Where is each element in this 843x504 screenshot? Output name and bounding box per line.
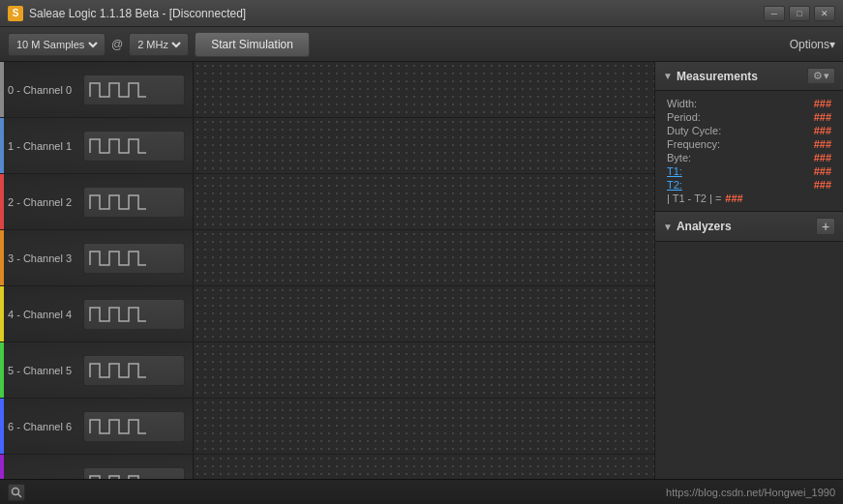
measurements-section: ▼ Measurements ⚙ ▾ Width: ### Period: ##… <box>655 62 843 212</box>
waveform-svg-1 <box>88 133 146 159</box>
app-icon: S <box>8 6 23 21</box>
window-controls: ─ □ ✕ <box>764 6 835 21</box>
t1-label[interactable]: T1: <box>667 165 682 177</box>
period-value: ### <box>814 111 831 123</box>
samples-dropdown[interactable]: 10 M Samples <box>13 38 101 51</box>
frequency-value: ### <box>814 138 831 150</box>
channel-name-4: 4 - Channel 4 <box>8 309 75 320</box>
freq-select[interactable]: 2 MHz <box>129 33 189 56</box>
measurements-title: ▼ Measurements <box>663 70 758 83</box>
signal-preview-4[interactable] <box>83 299 185 330</box>
measurements-gear-button[interactable]: ⚙ ▾ <box>807 68 835 84</box>
measurements-header: ▼ Measurements ⚙ ▾ <box>655 62 843 91</box>
measurement-period: Period: ### <box>667 110 831 124</box>
channel-waveform-6[interactable] <box>194 399 654 454</box>
channel-label-section-1[interactable]: 1 - Channel 1 <box>0 118 194 173</box>
waveform-svg-5 <box>88 358 146 383</box>
measurement-t1: T1: ### <box>667 164 831 178</box>
analyzers-section: ▼ Analyzers + <box>655 212 843 242</box>
channel-row-4: 4 - Channel 4 <box>0 286 654 342</box>
analyzers-title: ▼ Analyzers <box>663 220 732 233</box>
measurement-t2: T2: ### <box>667 178 831 192</box>
channel-row-2: 2 - Channel 2 <box>0 174 654 230</box>
t2-value: ### <box>814 179 831 191</box>
byte-label: Byte: <box>667 152 691 163</box>
channel-name-0: 0 - Channel 0 <box>8 84 75 96</box>
channel-name-5: 5 - Channel 5 <box>8 365 75 376</box>
channels-area: 0 - Channel 01 - Channel 12 - Channel 23… <box>0 62 654 479</box>
maximize-button[interactable]: □ <box>789 6 810 21</box>
channel-waveform-1[interactable] <box>194 118 654 173</box>
statusbar-left <box>8 484 25 501</box>
add-analyzer-button[interactable]: + <box>816 218 835 235</box>
title-bar: S Saleae Logic 1.1.18 Beta - [Disconnect… <box>0 0 843 27</box>
t1-value: ### <box>814 165 831 177</box>
measurement-width: Width: ### <box>667 97 831 110</box>
title-bar-left: S Saleae Logic 1.1.18 Beta - [Disconnect… <box>8 6 246 21</box>
signal-preview-6[interactable] <box>83 411 185 442</box>
duty-cycle-label: Duty Cycle: <box>667 125 721 136</box>
search-button[interactable] <box>8 484 25 501</box>
channel-label-section-6[interactable]: 6 - Channel 6 <box>0 399 194 454</box>
channel-label-section-3[interactable]: 3 - Channel 3 <box>0 230 194 285</box>
channel-row-5: 5 - Channel 5 <box>0 342 654 399</box>
measurement-frequency: Frequency: ### <box>667 137 831 151</box>
toolbar: 10 M Samples @ 2 MHz Start Simulation Op… <box>0 27 843 62</box>
minimize-button[interactable]: ─ <box>764 6 785 21</box>
channel-label-section-2[interactable]: 2 - Channel 2 <box>0 174 194 229</box>
channel-name-2: 2 - Channel 2 <box>8 196 75 208</box>
channel-waveform-2[interactable] <box>194 174 654 229</box>
signal-preview-3[interactable] <box>83 243 185 274</box>
t2-label[interactable]: T2: <box>667 179 682 191</box>
channel-waveform-7[interactable] <box>194 455 654 479</box>
channel-waveform-5[interactable] <box>194 342 654 398</box>
channel-row-0: 0 - Channel 0 <box>0 62 654 118</box>
channel-row-7: 7 - Channel 7 <box>0 455 654 479</box>
status-bar: https://blog.csdn.net/Hongwei_1990 <box>0 479 843 504</box>
channel-waveform-4[interactable] <box>194 286 654 341</box>
channel-label-section-7[interactable]: 7 - Channel 7 <box>0 455 194 479</box>
search-icon <box>11 487 22 498</box>
signal-preview-5[interactable] <box>83 355 185 386</box>
channels-scroll[interactable]: 0 - Channel 01 - Channel 12 - Channel 23… <box>0 62 654 479</box>
svg-line-1 <box>18 493 22 497</box>
at-label: @ <box>111 38 123 51</box>
signal-preview-0[interactable] <box>83 74 185 105</box>
main-area: 0 - Channel 01 - Channel 12 - Channel 23… <box>0 62 843 479</box>
channel-label-section-4[interactable]: 4 - Channel 4 <box>0 286 194 341</box>
width-value: ### <box>814 98 831 109</box>
analyzers-triangle-icon: ▼ <box>663 222 673 232</box>
gear-icon: ⚙ <box>813 70 823 82</box>
waveform-svg-4 <box>88 302 146 327</box>
close-button[interactable]: ✕ <box>814 6 835 21</box>
frequency-label: Frequency: <box>667 138 720 150</box>
signal-preview-2[interactable] <box>83 187 185 218</box>
channel-waveform-3[interactable] <box>194 230 654 285</box>
svg-point-0 <box>13 488 19 494</box>
right-panel: ▼ Measurements ⚙ ▾ Width: ### Period: ##… <box>654 62 843 479</box>
channel-row-6: 6 - Channel 6 <box>0 399 654 455</box>
waveform-svg-6 <box>88 414 146 439</box>
signal-preview-1[interactable] <box>83 131 185 162</box>
channel-row-3: 3 - Channel 3 <box>0 230 654 286</box>
measurement-byte: Byte: ### <box>667 151 831 164</box>
measurement-abs: | T1 - T2 | = ### <box>667 192 831 205</box>
channel-label-section-0[interactable]: 0 - Channel 0 <box>0 62 194 117</box>
samples-select[interactable]: 10 M Samples <box>8 33 105 56</box>
signal-preview-7[interactable] <box>83 467 185 480</box>
channel-label-section-5[interactable]: 5 - Channel 5 <box>0 342 194 398</box>
abs-value: ### <box>725 193 742 204</box>
measurement-duty-cycle: Duty Cycle: ### <box>667 124 831 137</box>
freq-dropdown[interactable]: 2 MHz <box>134 38 184 51</box>
channel-waveform-0[interactable] <box>194 62 654 117</box>
title-text: Saleae Logic 1.1.18 Beta - [Disconnected… <box>29 7 246 20</box>
byte-value: ### <box>814 152 831 163</box>
waveform-svg-2 <box>88 190 146 215</box>
measurements-label: Measurements <box>677 70 758 83</box>
waveform-svg-3 <box>88 246 146 271</box>
start-simulation-button[interactable]: Start Simulation <box>195 32 310 57</box>
measurements-triangle-icon: ▼ <box>663 71 673 81</box>
channel-name-6: 6 - Channel 6 <box>8 421 75 432</box>
abs-label: | T1 - T2 | = <box>667 193 721 204</box>
options-button[interactable]: Options▾ <box>790 38 835 51</box>
